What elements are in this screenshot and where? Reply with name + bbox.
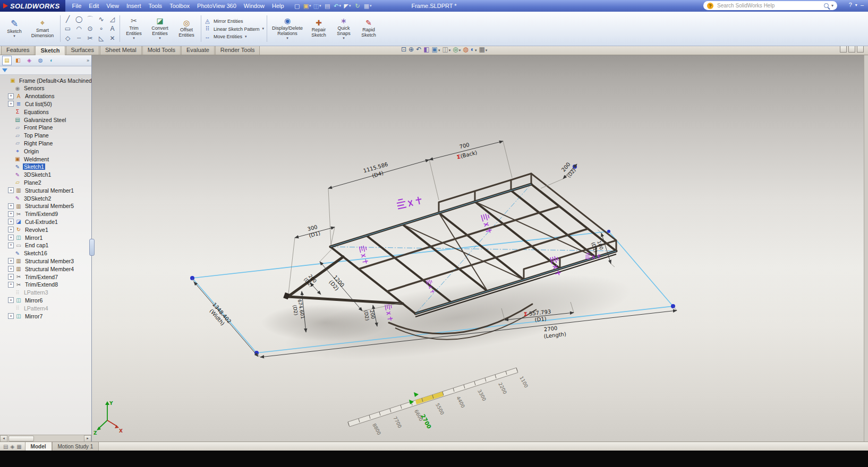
spline-tool-icon[interactable]: ∿ <box>96 14 107 24</box>
tree-item[interactable]: + ◫ Mirror1 <box>1 233 91 241</box>
print-icon[interactable]: ▤ <box>323 2 332 10</box>
point-tool-icon[interactable]: ∘ <box>96 24 107 33</box>
tree-item[interactable]: ⌖ Origin <box>1 147 91 155</box>
expand-toggle-icon[interactable]: + <box>8 235 14 240</box>
expand-toggle-icon[interactable]: + <box>8 297 14 303</box>
chamfer-tool-icon[interactable]: ◺ <box>96 33 107 43</box>
expand-toggle-icon[interactable]: + <box>8 187 14 193</box>
titlebar-chevron-icon[interactable]: ▾ <box>855 3 857 7</box>
menu-item[interactable]: Edit <box>85 2 103 10</box>
select-icon[interactable]: ◤ <box>343 2 352 10</box>
search-input[interactable] <box>716 2 821 9</box>
slot-tool-icon[interactable]: ◠ <box>73 24 84 33</box>
undo-icon[interactable]: ↶ <box>333 2 342 10</box>
linear-sketch-pattern-button[interactable]: ⠿ Linear Sketch Pattern ▾ <box>204 25 264 32</box>
polygon-tool-icon[interactable]: ◇ <box>62 33 73 43</box>
expand-toggle-icon[interactable] <box>7 156 13 162</box>
tree-item[interactable]: Σ Equations <box>1 108 91 116</box>
expand-toggle-icon[interactable] <box>7 195 13 201</box>
section-view-icon[interactable]: ◧ <box>423 46 429 53</box>
line-tool-icon[interactable]: ╱ <box>62 14 73 24</box>
tree-item[interactable]: ⠿ LPattern4 <box>1 304 91 312</box>
display-manager-tab-icon[interactable]: ◐ <box>47 56 56 65</box>
rebuild-icon[interactable]: ↻ <box>353 2 362 10</box>
tree-item[interactable]: ⠿ LPattern3 <box>1 289 91 297</box>
tree-item[interactable]: + ◫ Mirror7 <box>1 312 91 320</box>
rapid-sketch-button[interactable]: ✎ Rapid Sketch <box>356 13 381 45</box>
property-manager-tab-icon[interactable]: ◧ <box>13 56 23 65</box>
display-delete-relations-button[interactable]: ◉ Display/Delete Relations ▾ <box>269 13 306 45</box>
split-pane-icon[interactable] <box>840 46 847 53</box>
expand-toggle-icon[interactable] <box>7 250 13 256</box>
configuration-manager-tab-icon[interactable]: ◈ <box>24 56 34 65</box>
erase-tool-icon[interactable]: ✕ <box>107 33 118 43</box>
expand-toggle-icon[interactable]: + <box>8 266 14 272</box>
expand-toggle-icon[interactable]: + <box>8 274 14 280</box>
tree-item[interactable]: ▱ Top Plane <box>1 132 91 140</box>
menu-item[interactable]: View <box>103 2 123 10</box>
scroll-left-icon[interactable]: ◂ <box>0 435 7 442</box>
expand-toggle-icon[interactable] <box>7 290 13 296</box>
tree-item[interactable]: ◉ Sensors <box>1 84 91 92</box>
menu-item[interactable]: Tools <box>144 2 166 10</box>
text-tool-icon[interactable]: A <box>107 24 118 33</box>
tree-root-item[interactable]: ▣ Frame (Default<As Machined>< <box>1 76 91 84</box>
open-document-icon[interactable]: ▣ <box>303 2 312 10</box>
expand-toggle-icon[interactable] <box>7 305 13 311</box>
smart-dimension-button[interactable]: ⌖ Smart Dimension <box>27 13 58 45</box>
fillet-tool-icon[interactable]: ◿ <box>107 14 118 24</box>
expand-toggle-icon[interactable] <box>7 109 13 115</box>
feature-manager-tab-icon[interactable]: ▤ <box>2 56 12 65</box>
sketch-handle[interactable] <box>607 230 610 233</box>
tree-item[interactable]: + ▭ End cap1 <box>1 241 91 249</box>
tree-item[interactable]: + ≣ Cut list(50) <box>1 100 91 108</box>
grid-status-icon[interactable]: ▤ <box>3 444 8 449</box>
view-orientation-icon[interactable]: ▣ <box>432 46 440 53</box>
zoom-area-icon[interactable]: ⊕ <box>409 46 414 53</box>
tree-item[interactable]: + ▥ Structural Member3 <box>1 257 91 265</box>
tree-item[interactable]: ✎ Sketch16 <box>1 249 91 257</box>
tree-item[interactable]: ▱ Right Plane <box>1 140 91 148</box>
tree-item[interactable]: + ◪ Cut-Extrude1 <box>1 218 91 226</box>
tab-sketch[interactable]: Sketch <box>35 45 65 55</box>
previous-view-icon[interactable]: ↶ <box>416 46 421 53</box>
tree-item[interactable]: + A Annotations <box>1 92 91 100</box>
trim-caret-icon[interactable]: ▾ <box>133 37 135 40</box>
tree-item[interactable]: + ✂ Trim/Extend8 <box>1 281 91 289</box>
move-caret-icon[interactable]: ▾ <box>245 35 247 39</box>
tree-item[interactable]: ✎ 3DSketch1 <box>1 171 91 179</box>
restore-pane-icon[interactable] <box>857 46 864 53</box>
sketch-handle[interactable] <box>190 276 194 280</box>
expand-toggle-icon[interactable]: + <box>8 101 14 107</box>
minimize-pane-icon[interactable] <box>848 46 855 53</box>
menu-item[interactable]: Help <box>268 2 288 10</box>
linear-pattern-caret-icon[interactable]: ▾ <box>262 27 265 31</box>
relations-caret-icon[interactable]: ▾ <box>286 37 288 40</box>
tree-item[interactable]: + ▥ Structural Member5 <box>1 202 91 210</box>
scrollbar-thumb[interactable] <box>8 436 34 442</box>
display-style-icon[interactable]: ◫ <box>442 46 450 53</box>
expand-toggle-icon[interactable] <box>7 133 13 139</box>
trim-small-tool-icon[interactable]: ✂ <box>84 33 96 43</box>
zoom-fit-icon[interactable]: ⊡ <box>401 46 406 53</box>
expand-toggle-icon[interactable]: + <box>8 282 14 288</box>
tree-item[interactable]: + ✂ Trim/Extend7 <box>1 273 91 281</box>
tree-item[interactable]: + ✂ Trim/Extend9 <box>1 210 91 218</box>
expand-toggle-icon[interactable]: + <box>8 93 14 99</box>
expand-toggle-icon[interactable] <box>7 125 13 131</box>
sketch-caret-icon[interactable]: ▾ <box>13 34 15 38</box>
expand-toggle-icon[interactable]: + <box>8 313 14 319</box>
help-icon[interactable]: ? <box>849 2 852 8</box>
tree-item[interactable]: ▱ Front Plane <box>1 124 91 132</box>
viewport-3d-canvas[interactable]: 700 Σ(Back) 1115.586 (D4) 200 (D2) 300 (… <box>91 55 864 442</box>
status-tab[interactable]: Model <box>25 442 52 451</box>
ellipse-tool-icon[interactable]: ⊙ <box>84 24 96 33</box>
trim-entities-button[interactable]: ✂ Trim Entities ▾ <box>122 13 146 45</box>
view-settings-icon[interactable]: ▦ <box>479 46 488 53</box>
repair-sketch-button[interactable]: ✚ Repair Sketch <box>306 13 331 45</box>
search-options-caret-icon[interactable]: ▾ <box>831 3 833 8</box>
mirror-entities-button[interactable]: ◬ Mirror Entities <box>204 18 264 24</box>
expand-toggle-icon[interactable] <box>7 179 13 185</box>
tree-item[interactable]: + ↻ Revolve1 <box>1 226 91 233</box>
expand-toggle-icon[interactable] <box>7 148 13 154</box>
